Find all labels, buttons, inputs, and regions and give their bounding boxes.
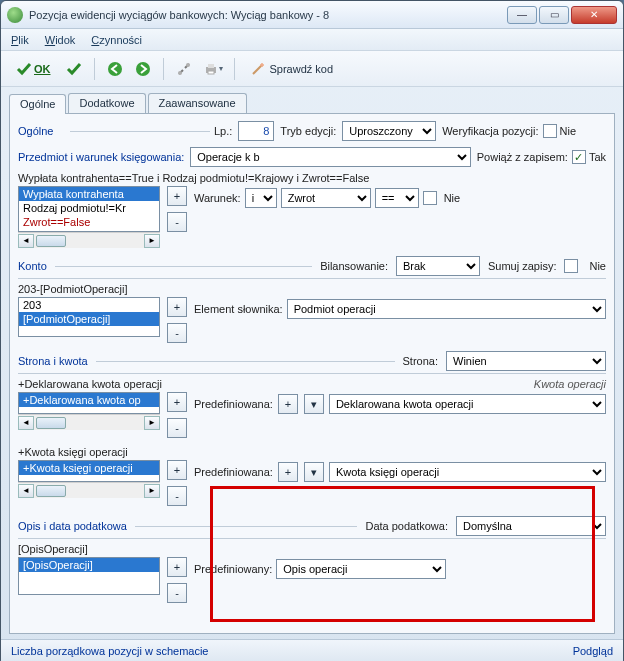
scroll-left[interactable]: ◄ bbox=[18, 234, 34, 248]
list-item[interactable]: Wypłata kontrahenta bbox=[19, 187, 159, 201]
list-item[interactable]: Rodzaj podmiotu!=Kr bbox=[19, 201, 159, 215]
powiaz-label: Powiąż z zapisem: bbox=[477, 151, 568, 163]
remove-button[interactable]: - bbox=[167, 323, 187, 343]
bilans-select[interactable]: Brak bbox=[396, 256, 480, 276]
cmp-select[interactable]: == bbox=[375, 188, 419, 208]
legend-strona: Strona i kwota bbox=[18, 355, 88, 367]
add-button[interactable]: + bbox=[167, 557, 187, 577]
add-button[interactable]: + bbox=[167, 392, 187, 412]
sumuj-checkbox[interactable] bbox=[564, 259, 578, 273]
strona-select[interactable]: Winien bbox=[446, 351, 606, 371]
forward-button[interactable] bbox=[131, 57, 155, 81]
field-select[interactable]: Zwrot bbox=[281, 188, 371, 208]
tryb-label: Tryb edycji: bbox=[280, 125, 336, 137]
remove-button[interactable]: - bbox=[167, 418, 187, 438]
tab-zaawansowane[interactable]: Zaawansowane bbox=[148, 93, 247, 113]
element-select[interactable]: Podmiot operacji bbox=[287, 299, 606, 319]
dropdown-button[interactable]: ▾ bbox=[304, 394, 324, 414]
tryb-select[interactable]: Uproszczony bbox=[342, 121, 436, 141]
list-item[interactable]: [PodmiotOperacji] bbox=[19, 312, 159, 326]
remove-button[interactable]: - bbox=[167, 212, 187, 232]
list-item[interactable]: [OpisOperacji] bbox=[19, 558, 159, 572]
add-button[interactable]: + bbox=[167, 460, 187, 480]
menu-plik[interactable]: Plik bbox=[11, 34, 29, 46]
scroll-right[interactable]: ► bbox=[144, 484, 160, 498]
remove-button[interactable]: - bbox=[167, 583, 187, 603]
opis-predef-select[interactable]: Opis operacji bbox=[276, 559, 446, 579]
menu-czynnosci[interactable]: Czynności bbox=[91, 34, 142, 46]
svg-rect-6 bbox=[208, 71, 214, 74]
scroll-right[interactable]: ► bbox=[144, 416, 160, 430]
dropdown-button[interactable]: ▾ bbox=[304, 462, 324, 482]
menu-widok[interactable]: Widok bbox=[45, 34, 76, 46]
scroll-thumb[interactable] bbox=[36, 235, 66, 247]
data-podatkowa-select[interactable]: Domyślna bbox=[456, 516, 606, 536]
separator bbox=[234, 58, 235, 80]
scroll-thumb[interactable] bbox=[36, 485, 66, 497]
predef-select-1[interactable]: Deklarowana kwota operacji bbox=[329, 394, 606, 414]
h-scrollbar[interactable]: ◄ ► bbox=[18, 232, 160, 248]
close-button[interactable]: ✕ bbox=[571, 6, 617, 24]
lp-input[interactable] bbox=[238, 121, 274, 141]
add-button[interactable]: + bbox=[167, 186, 187, 206]
opis-sub: [OpisOperacji] bbox=[18, 543, 606, 555]
lp-label: Lp.: bbox=[214, 125, 232, 137]
scroll-left[interactable]: ◄ bbox=[18, 416, 34, 430]
separator bbox=[163, 58, 164, 80]
op-select[interactable]: i bbox=[245, 188, 277, 208]
back-button[interactable] bbox=[103, 57, 127, 81]
konto-sub: 203-[PodmiotOperacji] bbox=[18, 283, 606, 295]
predef-label-opis: Predefiniowany: bbox=[194, 563, 272, 575]
check-code-label: Sprawdź kod bbox=[270, 63, 334, 75]
check-code-button[interactable]: Sprawdź kod bbox=[243, 57, 341, 81]
scroll-right[interactable]: ► bbox=[144, 234, 160, 248]
dropdown-arrow-icon: ▾ bbox=[219, 64, 223, 73]
scroll-thumb[interactable] bbox=[36, 417, 66, 429]
menubar: Plik Widok Czynności bbox=[1, 29, 623, 51]
list-item[interactable]: 203 bbox=[19, 298, 159, 312]
przedmiot-select[interactable]: Operacje k b bbox=[190, 147, 470, 167]
warunek-checkbox[interactable] bbox=[423, 191, 437, 205]
scroll-left[interactable]: ◄ bbox=[18, 484, 34, 498]
sumuj-label: Sumuj zapisy: bbox=[488, 260, 556, 272]
predef-select-2[interactable]: Kwota księgi operacji bbox=[329, 462, 606, 482]
list-item[interactable]: +Deklarowana kwota op bbox=[19, 393, 159, 407]
powiaz-value: Tak bbox=[589, 151, 606, 163]
accept-button[interactable] bbox=[62, 57, 86, 81]
h-scrollbar[interactable]: ◄ ► bbox=[18, 414, 160, 430]
wand-icon bbox=[250, 61, 266, 77]
tabstrip: Ogólne Dodatkowe Zaawansowane bbox=[9, 93, 615, 114]
opis-list[interactable]: [OpisOperacji] bbox=[18, 557, 160, 595]
print-button[interactable]: ▾ bbox=[200, 57, 226, 81]
dk-list[interactable]: +Deklarowana kwota op bbox=[18, 392, 160, 414]
remove-button[interactable]: - bbox=[167, 486, 187, 506]
weryfikacja-checkbox[interactable] bbox=[543, 124, 557, 138]
weryfikacja-label: Weryfikacja pozycji: bbox=[442, 125, 538, 137]
tab-panel-ogolne: Ogólne Lp.: Tryb edycji: Uproszczony Wer… bbox=[9, 114, 615, 634]
plus-button[interactable]: + bbox=[278, 462, 298, 482]
warunek-label: Warunek: bbox=[194, 192, 241, 204]
window: Pozycja ewidencji wyciągów bankowych: Wy… bbox=[0, 0, 624, 661]
h-scrollbar[interactable]: ◄ ► bbox=[18, 482, 160, 498]
maximize-button[interactable]: ▭ bbox=[539, 6, 569, 24]
check-icon bbox=[16, 61, 32, 77]
list-item[interactable]: Zwrot==False bbox=[19, 215, 159, 229]
tools-button[interactable] bbox=[172, 57, 196, 81]
svg-point-3 bbox=[186, 63, 190, 67]
minimize-button[interactable]: — bbox=[507, 6, 537, 24]
add-button[interactable]: + bbox=[167, 297, 187, 317]
powiaz-checkbox[interactable] bbox=[572, 150, 586, 164]
svg-point-0 bbox=[108, 62, 122, 76]
tab-dodatkowe[interactable]: Dodatkowe bbox=[68, 93, 145, 113]
status-right: Podgląd bbox=[573, 645, 613, 657]
ok-button[interactable]: OK bbox=[9, 57, 58, 81]
app-icon bbox=[7, 7, 23, 23]
kk-list[interactable]: +Kwota księgi operacji bbox=[18, 460, 160, 482]
warunek-list[interactable]: Wypłata kontrahenta Rodzaj podmiotu!=Kr … bbox=[18, 186, 160, 232]
client-area: Ogólne Dodatkowe Zaawansowane Ogólne Lp.… bbox=[1, 87, 623, 639]
titlebar[interactable]: Pozycja ewidencji wyciągów bankowych: Wy… bbox=[1, 1, 623, 29]
plus-button[interactable]: + bbox=[278, 394, 298, 414]
konto-list[interactable]: 203 [PodmiotOperacji] bbox=[18, 297, 160, 337]
list-item[interactable]: +Kwota księgi operacji bbox=[19, 461, 159, 475]
tab-ogolne[interactable]: Ogólne bbox=[9, 94, 66, 114]
